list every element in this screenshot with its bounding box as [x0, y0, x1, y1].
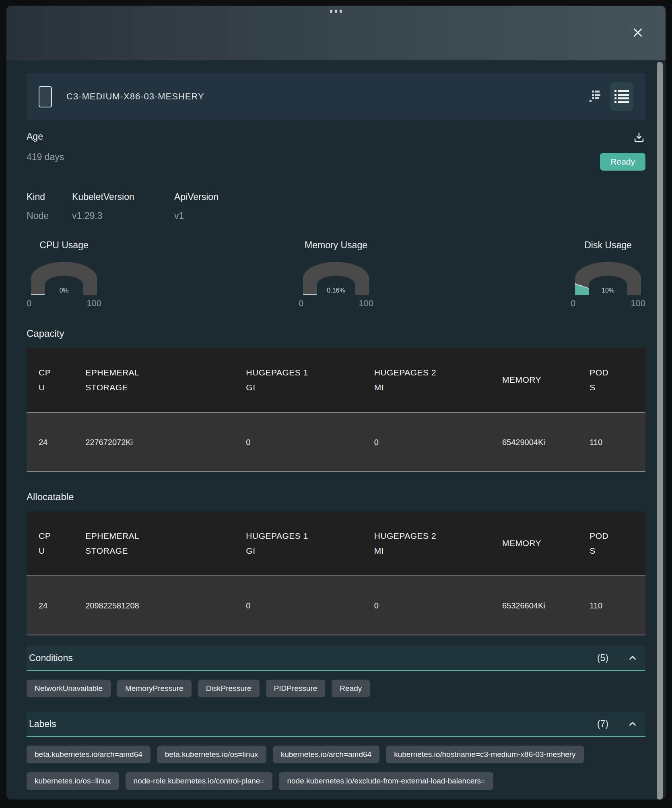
col-ephemeral-storage: EPHEMERAL STORAGE: [85, 529, 146, 559]
cell-hugepages-2mi: 0: [362, 412, 490, 472]
gauge-value: 0.16%: [327, 287, 345, 294]
node-meta: Kind KubeletVersion ApiVersion Node v1.2…: [27, 192, 645, 221]
download-button[interactable]: [633, 131, 645, 144]
gauge-arc: 0.16%: [303, 262, 369, 295]
api-version-value: v1: [174, 210, 645, 221]
kind-label: Kind: [27, 192, 72, 202]
cell-cpu: 24: [27, 576, 73, 635]
gauge-max: 100: [631, 298, 645, 309]
gauge-min: 0: [299, 298, 303, 309]
usage-gauges: CPU Usage 0% 0 100 Memory Usage 0.16% 0: [27, 240, 645, 309]
close-button[interactable]: [631, 26, 645, 39]
kubelet-version-value: v1.29.3: [72, 210, 174, 221]
chevron-up-icon[interactable]: [627, 652, 638, 664]
tree-view-icon[interactable]: [589, 90, 601, 103]
node-select-checkbox[interactable]: [39, 86, 52, 107]
col-hugepages-2mi: HUGEPAGES 2 MI: [374, 365, 443, 395]
condition-chip: MemoryPressure: [117, 680, 192, 697]
cell-memory: 65326604Ki: [502, 600, 546, 612]
allocatable-title: Allocatable: [27, 491, 645, 503]
table-header-row: CPU EPHEMERAL STORAGE HUGEPAGES 1 GI HUG…: [27, 511, 645, 576]
label-chip: kubernetes.io/os=linux: [27, 772, 119, 790]
labels-section-header[interactable]: Labels (7): [27, 712, 645, 737]
disk-usage-gauge: Disk Usage 10% 0 100: [571, 240, 645, 309]
view-toggles: [589, 82, 633, 111]
cell-memory: 65429004Ki: [502, 436, 546, 448]
condition-chip: NetworkUnavailable: [27, 680, 111, 697]
label-chip: kubernetes.io/hostname=c3-medium-x86-03-…: [386, 746, 583, 763]
label-chip: node-role.kubernetes.io/control-plane=: [126, 772, 273, 790]
gauge-arc: 0%: [31, 262, 97, 295]
condition-chip: Ready: [332, 680, 370, 697]
col-memory: MEMORY: [502, 538, 541, 548]
gauge-min: 0: [27, 298, 31, 309]
chevron-up-icon[interactable]: [627, 718, 638, 730]
cell-ephemeral-storage: 227672072Ki: [73, 412, 234, 472]
cell-hugepages-1gi: 0: [234, 412, 362, 472]
col-cpu: CPU: [39, 365, 52, 395]
cell-ephemeral-storage: 209822581208: [73, 576, 234, 635]
table-row: 24 227672072Ki 0 0 65429004Ki 110: [27, 412, 645, 472]
col-ephemeral-storage: EPHEMERAL STORAGE: [85, 365, 146, 395]
cpu-usage-gauge: CPU Usage 0% 0 100: [27, 240, 101, 309]
cell-hugepages-2mi: 0: [362, 576, 490, 635]
gauge-title: Memory Usage: [305, 240, 367, 251]
age-value: 419 days: [27, 152, 64, 163]
cell-hugepages-1gi: 0: [234, 576, 362, 635]
cell-pods: 110: [577, 576, 645, 635]
table-header-row: CPU EPHEMERAL STORAGE HUGEPAGES 1 GI HUG…: [27, 348, 645, 412]
labels-chips: beta.kubernetes.io/arch=amd64 beta.kuber…: [27, 746, 645, 790]
conditions-chips: NetworkUnavailable MemoryPressure DiskPr…: [27, 680, 645, 697]
cell-pods: 110: [577, 412, 645, 472]
modal-content: C3-MEDIUM-X86-03-MESHERY: [6, 73, 666, 790]
node-title: C3-MEDIUM-X86-03-MESHERY: [66, 91, 204, 102]
table-row: 24 209822581208 0 0 65326604Ki 110: [27, 576, 645, 635]
col-pods: PODS: [590, 365, 610, 395]
kubelet-version-label: KubeletVersion: [72, 192, 174, 202]
capacity-table: CPU EPHEMERAL STORAGE HUGEPAGES 1 GI HUG…: [27, 348, 645, 472]
age-label: Age: [27, 131, 64, 142]
gauge-value: 10%: [602, 287, 614, 294]
drag-handle-dots-icon[interactable]: [330, 10, 342, 13]
gauge-value: 0%: [59, 287, 68, 294]
age-status-row: Age 419 days Ready: [27, 131, 645, 171]
col-cpu: CPU: [39, 529, 52, 559]
gauge-min: 0: [571, 298, 575, 309]
label-chip: kubernetes.io/arch=amd64: [273, 746, 380, 763]
labels-count: (7): [597, 719, 608, 730]
col-hugepages-1gi: HUGEPAGES 1 GI: [246, 365, 314, 395]
allocatable-table: CPU EPHEMERAL STORAGE HUGEPAGES 1 GI HUG…: [27, 511, 645, 635]
gauge-max: 100: [359, 298, 373, 309]
col-hugepages-1gi: HUGEPAGES 1 GI: [246, 529, 314, 559]
api-version-label: ApiVersion: [174, 192, 645, 202]
download-icon: [633, 131, 645, 144]
label-chip: node.kubernetes.io/exclude-from-external…: [279, 772, 493, 790]
label-chip: beta.kubernetes.io/arch=amd64: [27, 746, 150, 763]
node-card-header: C3-MEDIUM-X86-03-MESHERY: [27, 73, 645, 120]
labels-title: Labels: [29, 719, 56, 730]
memory-usage-gauge: Memory Usage 0.16% 0 100: [299, 240, 373, 309]
condition-chip: DiskPressure: [198, 680, 260, 697]
node-details-modal: C3-MEDIUM-X86-03-MESHERY: [6, 6, 666, 800]
list-view-icon[interactable]: [610, 82, 633, 111]
label-chip: beta.kubernetes.io/os=linux: [157, 746, 266, 763]
kind-value: Node: [27, 210, 72, 221]
cell-cpu: 24: [27, 412, 73, 472]
conditions-title: Conditions: [29, 653, 73, 664]
gauge-arc: 10%: [575, 262, 641, 295]
col-memory: MEMORY: [502, 375, 541, 384]
conditions-count: (5): [597, 653, 608, 664]
gauge-title: CPU Usage: [39, 240, 88, 251]
status-badge: Ready: [600, 153, 645, 171]
modal-header: [6, 6, 666, 60]
conditions-section-header[interactable]: Conditions (5): [27, 646, 645, 671]
gauge-max: 100: [87, 298, 101, 309]
col-pods: PODS: [590, 529, 610, 559]
capacity-title: Capacity: [27, 328, 645, 339]
close-icon: [632, 27, 644, 39]
condition-chip: PIDPressure: [266, 680, 326, 697]
col-hugepages-2mi: HUGEPAGES 2 MI: [374, 529, 443, 559]
gauge-title: Disk Usage: [584, 240, 632, 251]
